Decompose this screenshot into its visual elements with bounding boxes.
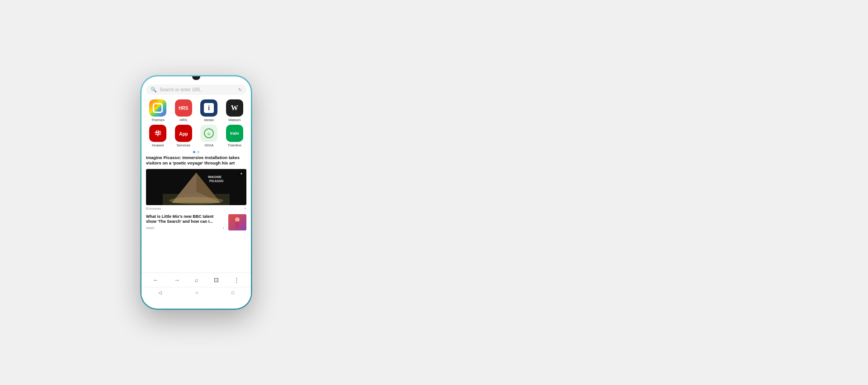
huawei-icon: 华 (149, 125, 166, 142)
app-watson[interactable]: W Watson (223, 99, 247, 122)
news-source-littlemix: Heart + (146, 226, 225, 230)
svg-point-8 (169, 197, 223, 204)
search-icon: 🔍 (151, 87, 157, 93)
app-huawei[interactable]: 华 Huawei (146, 125, 170, 147)
trainline-label: Trainline (228, 143, 241, 147)
search-button[interactable]: ⌕ (195, 277, 198, 283)
plus-button[interactable]: + (238, 171, 245, 177)
themes-icon-inner (154, 104, 161, 112)
svg-text:App: App (179, 131, 188, 136)
refresh-icon[interactable]: ↻ (238, 87, 242, 92)
app-services[interactable]: App Services (172, 125, 196, 147)
svg-text:IMAGINE: IMAGINE (208, 175, 222, 178)
news-item-picasso[interactable]: Imagine Picasso: Immersive installation … (146, 155, 246, 211)
screen-content: 🔍 Search or enter URL ↻ Themes HRS (142, 82, 251, 298)
app-giga[interactable]: G GIGA (197, 125, 221, 147)
forward-button[interactable]: → (174, 277, 179, 283)
news-source-picasso: Euronews + (146, 207, 246, 211)
trainline-icon-text: train (230, 131, 239, 136)
svg-text:华: 华 (154, 130, 161, 137)
android-home-button[interactable]: ○ (195, 290, 198, 295)
tabs-button[interactable]: ⊡ (214, 277, 219, 283)
news-thumb-littlemix (228, 214, 246, 230)
news-thumb-inner (228, 214, 246, 230)
bottom-nav-bar: ← → ⌕ ⊡ ⋮ (142, 272, 251, 287)
phone-notch (192, 76, 200, 80)
dot-inactive (197, 151, 199, 153)
watson-letter: W (231, 104, 238, 112)
app-hrs[interactable]: HRS HRS (172, 99, 196, 122)
picasso-bg: IMAGINE PICASSO + (146, 169, 246, 205)
watson-label: Watson (228, 118, 241, 122)
svg-point-13 (235, 217, 240, 222)
hrs-icon-text: HRS (179, 106, 188, 111)
back-button[interactable]: ← (153, 277, 159, 283)
giga-icon: G (200, 125, 217, 142)
idealo-icon: i (200, 99, 217, 117)
news-title-picasso: Imagine Picasso: Immersive installation … (146, 155, 246, 166)
trainline-icon: train (226, 125, 243, 142)
hrs-icon: HRS (175, 99, 192, 117)
idealo-icon-inner: i (204, 103, 214, 113)
news-title-littlemix: What is Little Mix's new BBC talent show… (146, 214, 225, 225)
android-back-button[interactable]: ◁ (158, 290, 162, 295)
svg-text:G: G (208, 132, 210, 136)
news-section: Imagine Picasso: Immersive installation … (142, 155, 251, 272)
idealo-label: Idealo (204, 118, 214, 122)
app-trainline[interactable]: train Trainline (223, 125, 247, 147)
svg-rect-14 (236, 221, 239, 228)
thumb-svg (228, 214, 246, 230)
phone-device: 🔍 Search or enter URL ↻ Themes HRS (140, 75, 252, 310)
services-icon: App (175, 125, 192, 142)
huawei-svg: 华 (152, 128, 163, 139)
app-themes[interactable]: Themes (146, 99, 170, 122)
search-bar[interactable]: 🔍 Search or enter URL ↻ (146, 85, 246, 95)
giga-svg: G (203, 127, 215, 139)
android-nav-bar: ◁ ○ □ (142, 287, 251, 298)
news-image-picasso: IMAGINE PICASSO + (146, 169, 246, 205)
services-label: Services (176, 143, 190, 147)
app-idealo[interactable]: i Idealo (197, 99, 221, 122)
news-text-littlemix: What is Little Mix's new BBC talent show… (146, 214, 225, 230)
huawei-label: Huawei (152, 143, 164, 147)
svg-text:PICASSO: PICASSO (209, 179, 224, 183)
search-input[interactable]: Search or enter URL (160, 87, 236, 92)
dot-active (193, 151, 195, 153)
themes-label: Themes (151, 118, 165, 122)
giga-label: GIGA (204, 143, 213, 147)
android-recents-button[interactable]: □ (231, 290, 234, 295)
themes-icon (149, 99, 166, 117)
watson-icon: W (226, 99, 243, 117)
app-grid: Themes HRS HRS i Idealo (142, 98, 251, 149)
hrs-label: HRS (179, 118, 187, 122)
idealo-letter: i (208, 104, 210, 112)
services-svg: App (178, 128, 189, 139)
news-item-littlemix[interactable]: What is Little Mix's new BBC talent show… (146, 214, 246, 230)
pagination-dots (142, 149, 251, 155)
phone-screen: 🔍 Search or enter URL ↻ Themes HRS (142, 76, 251, 309)
picasso-scene: IMAGINE PICASSO (146, 169, 246, 205)
more-button[interactable]: ⋮ (234, 277, 240, 283)
